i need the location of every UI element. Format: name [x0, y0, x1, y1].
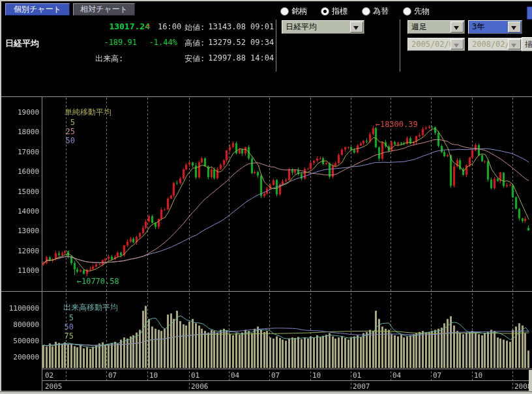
date-from-select[interactable]: 2005/02/08	[407, 38, 465, 51]
high-annotation: ←18300.39	[376, 120, 418, 129]
direction-arrow-icon: ↑	[146, 21, 151, 31]
radio-futures[interactable]: 先物	[403, 7, 430, 16]
radio-forex-label: 為替	[373, 6, 389, 17]
symbol-select-value: 日経平均	[286, 22, 317, 31]
high-time: 09:34	[250, 38, 274, 47]
chevron-down-icon	[451, 39, 464, 49]
change-percent: -1.44%	[142, 38, 177, 47]
volume-ma75-period: 75	[63, 331, 74, 341]
radio-futures-label: 先物	[414, 6, 430, 17]
scrollbar-corner	[529, 370, 532, 391]
low-label: 安値:	[185, 53, 205, 64]
scrollbar-fragment	[527, 7, 532, 20]
radio-icon	[403, 7, 411, 16]
chevron-down-icon[interactable]	[508, 21, 521, 33]
radio-icon	[362, 7, 370, 16]
radio-stock[interactable]: 銘柄	[280, 7, 307, 16]
low-time: 14:04	[250, 53, 274, 63]
vertical-separator	[276, 20, 276, 72]
volume-ma5-period: 5	[63, 313, 74, 322]
window-frame-left	[0, 0, 1, 394]
open-value: 13143.08	[205, 22, 246, 31]
price-ma50-period: 50	[65, 136, 75, 145]
chevron-down-icon[interactable]	[451, 21, 464, 33]
chevron-down-icon[interactable]	[350, 21, 363, 33]
volume-ma50-period: 50	[63, 322, 74, 331]
last-price: 13017.24	[91, 21, 150, 31]
high-value: 13279.52	[205, 38, 246, 47]
date-to-select[interactable]: 2008/02/08	[468, 38, 522, 51]
price-ma-legend: 単純移動平均 5 25 50	[46, 98, 121, 154]
window-frame-top	[0, 0, 532, 1]
volume-ma-legend: 出来高移動平均 5 50 75	[44, 293, 127, 350]
range-select-value: 3年	[472, 22, 484, 31]
low-annotation: ←10770.58	[77, 277, 119, 286]
radio-forex[interactable]: 為替	[362, 7, 389, 16]
radio-index-label: 指標	[332, 6, 347, 17]
price-ma25-period: 25	[65, 127, 75, 136]
volume-ma-legend-label: 出来高移動平均	[63, 302, 118, 313]
radio-stock-label: 銘柄	[291, 6, 307, 17]
tab-individual-chart[interactable]: 個別チャート	[5, 3, 70, 16]
low-value: 12997.88	[205, 53, 246, 63]
instrument-name: 日経平均	[5, 38, 39, 49]
symbol-select[interactable]: 日経平均	[282, 20, 364, 34]
change-value: -189.91	[91, 38, 137, 47]
chevron-down-icon	[508, 39, 521, 49]
radio-index[interactable]: 指標	[321, 7, 347, 16]
radio-icon	[280, 7, 289, 16]
open-label: 始値:	[185, 22, 205, 33]
period-select-value: 週足	[411, 22, 427, 31]
price-ma-legend-label: 単純移動平均	[65, 107, 111, 118]
draw-button[interactable]: 描	[522, 37, 532, 51]
radio-icon	[321, 7, 329, 16]
vertical-separator	[400, 20, 400, 72]
period-select[interactable]: 週足	[407, 20, 465, 34]
quote-time: 16:00	[158, 22, 181, 31]
window-frame-bottom	[0, 391, 532, 394]
range-select[interactable]: 3年	[468, 20, 522, 34]
price-ma5-period: 5	[65, 118, 75, 127]
volume-label: 出来高:	[95, 53, 123, 64]
high-label: 高値:	[185, 38, 205, 49]
chart-window: 個別チャート 相対チャート 日経平均 13017.24 ↑ 16:00 始値: …	[0, 0, 532, 394]
open-time: 09:01	[250, 22, 274, 31]
tab-relative-chart[interactable]: 相対チャート	[73, 3, 135, 16]
